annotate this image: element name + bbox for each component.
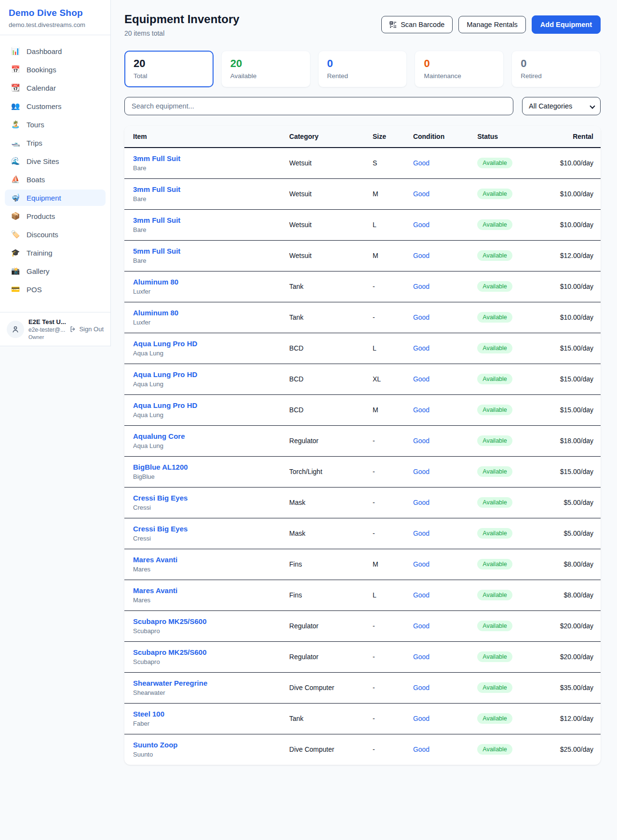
table-row[interactable]: Aqua Lung Pro HD Aqua Lung BCD L Good Av… [124,333,601,364]
table-row[interactable]: Cressi Big Eyes Cressi Mask - Good Avail… [124,518,601,549]
item-name-link[interactable]: 3mm Full Suit [133,216,180,224]
item-rental-price: $15.00/day [543,333,601,364]
table-row[interactable]: BigBlue AL1200 BigBlue Torch/Light - Goo… [124,457,601,488]
sidebar-item[interactable]: ⛵ Boats [5,171,106,188]
sidebar-item[interactable]: 🏝️ Tours [5,116,106,133]
item-name-link[interactable]: Scubapro MK25/S600 [133,648,207,656]
stat-card[interactable]: 20 Available [221,51,310,87]
item-name-link[interactable]: Aluminum 80 [133,278,178,286]
manage-rentals-button[interactable]: Manage Rentals [458,16,526,33]
sidebar-item[interactable]: 🌊 Dive Sites [5,153,106,169]
item-condition-link[interactable]: Good [413,591,429,599]
sidebar-item[interactable]: 💳 POS [5,281,106,298]
stat-card[interactable]: 0 Retired [511,51,601,87]
table-row[interactable]: 3mm Full Suit Bare Wetsuit M Good Availa… [124,179,601,210]
table-row[interactable]: Mares Avanti Mares Fins M Good Available… [124,549,601,580]
table-row[interactable]: 3mm Full Suit Bare Wetsuit L Good Availa… [124,210,601,241]
sidebar-item[interactable]: 📆 Calendar [5,80,106,96]
table-row[interactable]: 5mm Full Suit Bare Wetsuit M Good Availa… [124,241,601,271]
item-name-link[interactable]: BigBlue AL1200 [133,463,188,471]
item-name-link[interactable]: Scubapro MK25/S600 [133,617,207,625]
item-name-link[interactable]: Cressi Big Eyes [133,525,188,533]
item-condition-link[interactable]: Good [413,499,429,506]
sidebar-item[interactable]: 📊 Dashboard [5,43,106,59]
table-row[interactable]: Suunto Zoop Suunto Dive Computer - Good … [124,734,601,765]
item-name-link[interactable]: Aqua Lung Pro HD [133,401,197,409]
item-condition-link[interactable]: Good [413,715,429,722]
item-condition-link[interactable]: Good [413,437,429,445]
item-name-link[interactable]: Steel 100 [133,710,164,718]
item-condition-link[interactable]: Good [413,684,429,691]
stat-label: Retired [521,72,591,80]
sign-out-button[interactable]: Sign Out [69,325,105,333]
item-condition-link[interactable]: Good [413,622,429,630]
item-condition-link[interactable]: Good [413,745,429,753]
item-name-link[interactable]: Shearwater Peregrine [133,679,207,687]
item-brand: Faber [133,720,274,727]
status-badge: Available [477,682,512,693]
table-row[interactable]: Mares Avanti Mares Fins L Good Available… [124,580,601,611]
item-condition-link[interactable]: Good [413,468,429,475]
sidebar-item[interactable]: 🛥️ Trips [5,135,106,151]
item-condition-link[interactable]: Good [413,313,429,321]
item-name-link[interactable]: 3mm Full Suit [133,154,180,163]
item-name-link[interactable]: Cressi Big Eyes [133,494,188,502]
sidebar-item[interactable]: 📅 Bookings [5,61,106,78]
table-row[interactable]: Aqualung Core Aqua Lung Regulator - Good… [124,426,601,457]
item-name-link[interactable]: Aqualung Core [133,432,185,440]
item-condition-link[interactable]: Good [413,375,429,383]
table-row[interactable]: Aluminum 80 Luxfer Tank - Good Available… [124,302,601,333]
item-name-link[interactable]: Aluminum 80 [133,309,178,317]
item-name-link[interactable]: 3mm Full Suit [133,185,180,193]
category-select[interactable]: All Categories [522,97,601,115]
item-condition-link[interactable]: Good [413,560,429,568]
column-header-item: Item [124,126,282,148]
item-condition-link[interactable]: Good [413,406,429,414]
table-row[interactable]: Aluminum 80 Luxfer Tank - Good Available… [124,271,601,302]
item-condition-link[interactable]: Good [413,653,429,661]
table-row[interactable]: Scubapro MK25/S600 Scubapro Regulator - … [124,611,601,642]
scan-barcode-button[interactable]: Scan Barcode [381,16,453,33]
item-condition-link[interactable]: Good [413,344,429,352]
item-condition-link[interactable]: Good [413,529,429,537]
sidebar-item[interactable]: 🎓 Training [5,244,106,261]
item-condition-link[interactable]: Good [413,252,429,259]
item-name-link[interactable]: Aqua Lung Pro HD [133,339,197,348]
table-row[interactable]: Cressi Big Eyes Cressi Mask - Good Avail… [124,488,601,518]
item-condition-link[interactable]: Good [413,190,429,198]
brand-domain: demo.test.divestreams.com [9,21,102,28]
stat-card[interactable]: 20 Total [124,51,214,87]
sidebar-item[interactable]: 👥 Customers [5,98,106,114]
stat-card[interactable]: 0 Maintenance [415,51,504,87]
item-category: Mask [282,518,365,549]
header-actions: Scan Barcode Manage Rentals Add Equipmen… [381,15,601,34]
table-row[interactable]: Aqua Lung Pro HD Aqua Lung BCD M Good Av… [124,395,601,426]
item-condition-link[interactable]: Good [413,159,429,167]
brand-title[interactable]: Demo Dive Shop [9,8,102,18]
sidebar-item[interactable]: 🏷️ Discounts [5,226,106,243]
add-equipment-button[interactable]: Add Equipment [532,15,601,34]
stat-label: Rented [327,72,398,80]
item-name-link[interactable]: Suunto Zoop [133,741,177,749]
item-condition-link[interactable]: Good [413,221,429,229]
table-row[interactable]: Scubapro MK25/S600 Scubapro Regulator - … [124,642,601,673]
item-name-link[interactable]: 5mm Full Suit [133,247,180,255]
item-category: Mask [282,488,365,518]
add-equipment-label: Add Equipment [540,21,592,28]
item-size: - [365,704,405,734]
sidebar-item[interactable]: 📸 Gallery [5,263,106,279]
table-row[interactable]: 3mm Full Suit Bare Wetsuit S Good Availa… [124,148,601,179]
search-input[interactable] [124,97,513,115]
status-badge: Available [477,312,512,323]
table-row[interactable]: Shearwater Peregrine Shearwater Dive Com… [124,673,601,704]
item-condition-link[interactable]: Good [413,283,429,290]
stat-card[interactable]: 0 Rented [318,51,407,87]
table-row[interactable]: Aqua Lung Pro HD Aqua Lung BCD XL Good A… [124,364,601,395]
table-row[interactable]: Steel 100 Faber Tank - Good Available $1… [124,704,601,734]
item-name-link[interactable]: Mares Avanti [133,586,177,595]
item-name-link[interactable]: Mares Avanti [133,555,177,564]
sidebar-item[interactable]: 🤿 Equipment [5,190,106,206]
sidebar-item[interactable]: 📦 Products [5,208,106,224]
status-badge: Available [477,590,512,600]
item-name-link[interactable]: Aqua Lung Pro HD [133,370,197,379]
